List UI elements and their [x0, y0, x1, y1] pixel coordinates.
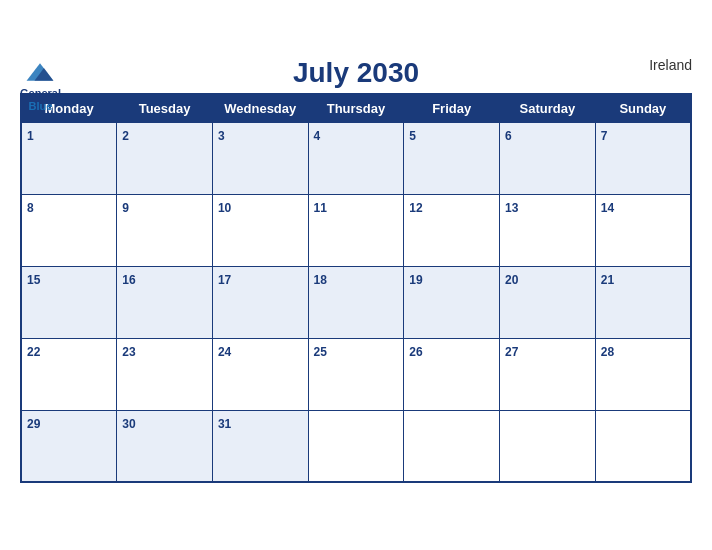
day-number: 27	[505, 345, 518, 359]
day-cell: 8	[21, 194, 117, 266]
week-row-4: 22232425262728	[21, 338, 691, 410]
day-number: 3	[218, 129, 225, 143]
day-number: 11	[314, 201, 327, 215]
day-cell: 2	[117, 122, 213, 194]
day-number: 10	[218, 201, 231, 215]
logo-general-text: General	[20, 87, 61, 100]
header-saturday: Saturday	[500, 94, 596, 123]
day-cell: 25	[308, 338, 404, 410]
day-cell: 9	[117, 194, 213, 266]
day-number: 1	[27, 129, 34, 143]
day-number: 18	[314, 273, 327, 287]
day-number: 29	[27, 417, 40, 431]
day-cell: 22	[21, 338, 117, 410]
logo-blue-text: Blue	[29, 100, 53, 113]
day-cell: 4	[308, 122, 404, 194]
day-number: 25	[314, 345, 327, 359]
day-cell: 5	[404, 122, 500, 194]
calendar-body: 1234567891011121314151617181920212223242…	[21, 122, 691, 482]
day-cell: 11	[308, 194, 404, 266]
day-number: 31	[218, 417, 231, 431]
day-number: 14	[601, 201, 614, 215]
day-cell: 13	[500, 194, 596, 266]
calendar-table: Monday Tuesday Wednesday Thursday Friday…	[20, 93, 692, 484]
day-cell: 31	[212, 410, 308, 482]
week-row-2: 891011121314	[21, 194, 691, 266]
day-cell: 28	[595, 338, 691, 410]
day-cell: 14	[595, 194, 691, 266]
day-cell: 10	[212, 194, 308, 266]
day-cell: 15	[21, 266, 117, 338]
day-cell: 16	[117, 266, 213, 338]
day-cell: 27	[500, 338, 596, 410]
day-cell: 24	[212, 338, 308, 410]
week-row-3: 15161718192021	[21, 266, 691, 338]
day-number: 6	[505, 129, 512, 143]
week-row-1: 1234567	[21, 122, 691, 194]
header-thursday: Thursday	[308, 94, 404, 123]
day-number: 4	[314, 129, 321, 143]
day-cell: 23	[117, 338, 213, 410]
day-number: 22	[27, 345, 40, 359]
calendar-thead: Monday Tuesday Wednesday Thursday Friday…	[21, 94, 691, 123]
header-friday: Friday	[404, 94, 500, 123]
day-number: 20	[505, 273, 518, 287]
day-cell: 12	[404, 194, 500, 266]
day-cell: 20	[500, 266, 596, 338]
day-number: 2	[122, 129, 129, 143]
day-number: 15	[27, 273, 40, 287]
day-number: 9	[122, 201, 129, 215]
calendar-header: General Blue July 2030 Ireland	[20, 57, 692, 89]
day-cell: 18	[308, 266, 404, 338]
day-number: 13	[505, 201, 518, 215]
day-cell: 1	[21, 122, 117, 194]
day-number: 19	[409, 273, 422, 287]
calendar-title: July 2030	[20, 57, 692, 89]
day-number: 28	[601, 345, 614, 359]
day-cell: 3	[212, 122, 308, 194]
header-wednesday: Wednesday	[212, 94, 308, 123]
day-cell	[404, 410, 500, 482]
day-number: 23	[122, 345, 135, 359]
header-tuesday: Tuesday	[117, 94, 213, 123]
logo-area: General Blue	[20, 57, 61, 113]
day-cell: 21	[595, 266, 691, 338]
day-cell: 7	[595, 122, 691, 194]
day-cell: 19	[404, 266, 500, 338]
day-number: 16	[122, 273, 135, 287]
logo-icon	[20, 57, 60, 87]
day-cell: 6	[500, 122, 596, 194]
country-label: Ireland	[649, 57, 692, 73]
day-cell: 26	[404, 338, 500, 410]
day-number: 17	[218, 273, 231, 287]
calendar-wrapper: General Blue July 2030 Ireland Monday Tu…	[0, 47, 712, 504]
header-row: Monday Tuesday Wednesday Thursday Friday…	[21, 94, 691, 123]
day-cell	[595, 410, 691, 482]
day-number: 24	[218, 345, 231, 359]
day-cell	[308, 410, 404, 482]
day-cell: 29	[21, 410, 117, 482]
day-number: 12	[409, 201, 422, 215]
day-number: 5	[409, 129, 416, 143]
day-number: 21	[601, 273, 614, 287]
week-row-5: 293031	[21, 410, 691, 482]
header-sunday: Sunday	[595, 94, 691, 123]
day-number: 26	[409, 345, 422, 359]
day-number: 7	[601, 129, 608, 143]
day-cell: 17	[212, 266, 308, 338]
day-number: 8	[27, 201, 34, 215]
day-cell: 30	[117, 410, 213, 482]
day-cell	[500, 410, 596, 482]
day-number: 30	[122, 417, 135, 431]
